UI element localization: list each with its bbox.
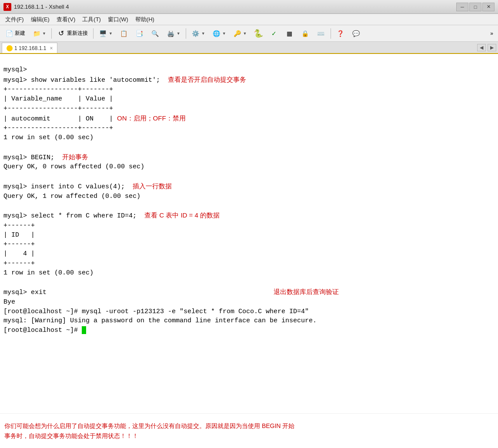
line-blank-4 [3, 278, 7, 286]
menu-view[interactable]: 查看(V) [53, 15, 79, 24]
settings-icon: ⚙️ [191, 29, 200, 38]
open-icon: 📁 [32, 29, 41, 38]
tabbar: 1 192.168.1.1 × ◀ ▶ [0, 42, 498, 54]
check-button[interactable]: ✓ [267, 27, 281, 40]
print-icon: 🖨️ [167, 29, 175, 38]
line-sep-1: +------+ [3, 222, 35, 229]
grid-icon: ▦ [285, 29, 294, 38]
comment-insert: 插入一行数据 [133, 182, 172, 190]
line-query-ok-2: Query OK, 1 row affected (0.00 sec) [3, 193, 140, 200]
open-arrow: ▼ [42, 31, 46, 36]
network-icon: 🌐 [212, 29, 221, 38]
line-warning: mysql: [Warning] Using a password on the… [3, 317, 317, 324]
line-6: | autocommit | ON | ON：启用；OFF：禁用 [3, 115, 186, 123]
new-button[interactable]: 📄 新建 [2, 27, 28, 40]
line-bye: Bye [3, 298, 15, 306]
separator-3 [186, 28, 186, 39]
separator-1 [51, 28, 52, 39]
paste-button[interactable]: 📑 [132, 27, 147, 40]
window-controls: ─ □ ✕ [456, 3, 495, 11]
reconnect-label: 重新连接 [67, 30, 88, 37]
keyboard-button[interactable]: ⌨️ [314, 27, 328, 40]
more-icon: » [490, 30, 493, 37]
line-3: +------------------+-------+ [3, 86, 113, 93]
key-icon: 🔑 [233, 29, 242, 38]
terminal[interactable]: mysql> mysql> show variables like 'autoc… [0, 54, 498, 413]
tab-session[interactable]: 1 192.168.1.1 × [2, 43, 57, 53]
menu-help[interactable]: 帮助(H) [132, 15, 158, 24]
screen-button[interactable]: 🖥️ ▼ [96, 27, 116, 40]
maximize-button[interactable]: □ [469, 3, 481, 11]
annotation-text: 你们可能会想为什么启用了自动提交事务功能，这里为什么没有自动提交。原因就是因为当… [4, 421, 294, 441]
script-icon: 🐍 [254, 29, 263, 38]
comment-on-off: ON：启用；OFF：禁用 [117, 114, 186, 122]
cursor [82, 326, 86, 334]
line-sep-3: +------+ [3, 260, 35, 267]
comment-begin: 开始事务 [62, 153, 88, 160]
separator-2 [93, 28, 94, 39]
key-arrow: ▼ [243, 31, 247, 36]
line-query-ok-1: Query OK, 0 rows affected (0.00 sec) [3, 163, 144, 171]
paste-icon: 📑 [135, 29, 144, 38]
minimize-button[interactable]: ─ [456, 3, 468, 11]
menu-tools[interactable]: 工具(T) [79, 15, 104, 24]
network-button[interactable]: 🌐 ▼ [209, 27, 229, 40]
reconnect-icon: ↺ [57, 29, 66, 38]
grid-button[interactable]: ▦ [282, 27, 297, 40]
copy-button[interactable]: 📋 [117, 27, 131, 40]
comment-exit: 退出数据库后查询验证 [274, 288, 339, 295]
line-sep-2: +------+ [3, 241, 35, 248]
chat-button[interactable]: 💬 [349, 27, 364, 40]
open-button[interactable]: 📁 ▼ [29, 27, 49, 40]
line-begin: mysql> BEGIN; 开始事务 [3, 154, 88, 161]
menu-window[interactable]: 窗口(W) [104, 15, 132, 24]
line-id-value: | 4 | [3, 250, 35, 257]
check-icon: ✓ [270, 29, 278, 38]
line-id-header: | ID | [3, 231, 35, 239]
comment-autocommit: 查看是否开启自动提交事务 [168, 76, 246, 83]
new-label: 新建 [15, 30, 25, 37]
line-4: | Variable_name | Value | [3, 95, 113, 103]
line-1: mysql> [3, 66, 27, 74]
titlebar: X 192.168.1.1 - Xshell 4 ─ □ ✕ [0, 0, 498, 14]
network-arrow: ▼ [222, 31, 226, 36]
script-button[interactable]: 🐍 [251, 27, 266, 40]
line-select: mysql> select * from C where ID=4; 查看 C … [3, 212, 220, 220]
screen-arrow: ▼ [109, 31, 113, 36]
line-5: +------------------+-------+ [3, 105, 113, 112]
lock-button[interactable]: 🔒 [298, 27, 313, 40]
tab-nav: ◀ ▶ [477, 44, 496, 53]
new-icon: 📄 [5, 29, 13, 38]
find-button[interactable]: 🔍 [148, 27, 163, 40]
separator-4 [331, 28, 331, 39]
reconnect-button[interactable]: ↺ 重新连接 [54, 27, 91, 40]
menu-edit[interactable]: 编辑(E) [27, 15, 53, 24]
settings-button[interactable]: ⚙️ ▼ [188, 27, 208, 40]
key-button[interactable]: 🔑 ▼ [230, 27, 250, 40]
help-icon: ❓ [336, 29, 345, 38]
menubar: 文件(F) 编辑(E) 查看(V) 工具(T) 窗口(W) 帮助(H) [0, 14, 498, 25]
more-button[interactable]: » [487, 27, 496, 40]
comment-select: 查看 C 表中 ID = 4 的数据 [144, 211, 220, 219]
menu-file[interactable]: 文件(F) [2, 15, 27, 24]
screen-icon: 🖥️ [99, 29, 107, 38]
line-mysql-cmd: [root@localhost ~]# mysql -uroot -p12312… [3, 308, 309, 315]
annotation-block: 你们可能会想为什么启用了自动提交事务功能，这里为什么没有自动提交。原因就是因为当… [0, 413, 498, 448]
close-button[interactable]: ✕ [482, 3, 495, 11]
find-icon: 🔍 [151, 29, 160, 38]
terminal-wrapper: mysql> mysql> show variables like 'autoc… [0, 54, 498, 448]
app-icon: X [3, 3, 11, 11]
print-arrow: ▼ [177, 31, 180, 36]
copy-icon: 📋 [120, 29, 128, 38]
window-title: 192.168.1.1 - Xshell 4 [14, 3, 456, 10]
tab-icon [7, 45, 13, 51]
tab-next-button[interactable]: ▶ [488, 44, 496, 51]
line-insert: mysql> insert into C values(4); 插入一行数据 [3, 183, 172, 191]
line-blank-2 [3, 173, 7, 180]
help-button[interactable]: ❓ [333, 27, 348, 40]
line-blank-3 [3, 202, 7, 209]
tab-close-button[interactable]: × [50, 45, 53, 51]
print-button[interactable]: 🖨️ ▼ [164, 27, 184, 40]
line-row-count: 1 row in set (0.00 sec) [3, 269, 94, 277]
tab-prev-button[interactable]: ◀ [477, 44, 486, 51]
